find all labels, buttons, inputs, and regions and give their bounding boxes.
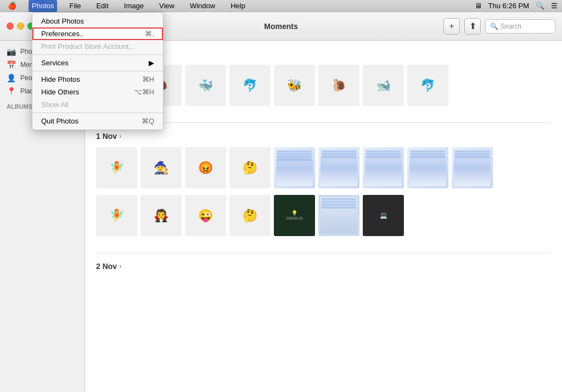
menu-print-store-label: Print Product Store Account... xyxy=(41,42,135,51)
menu-separator-1 xyxy=(32,54,163,55)
dropdown-overlay[interactable]: About Photos Preferences.. ⌘, Print Prod… xyxy=(0,12,562,392)
quit-shortcut: ⌘Q xyxy=(142,117,154,125)
menu-about-photos-label: About Photos xyxy=(41,17,84,25)
submenu-arrow-icon: ▶ xyxy=(149,59,154,67)
view-menu[interactable]: View xyxy=(156,0,178,12)
display-icon: 🖥 xyxy=(475,2,482,10)
menu-hide-others[interactable]: Hide Others ⌥⌘H xyxy=(32,86,163,98)
menu-hide-photos-label: Hide Photos xyxy=(41,75,80,83)
menu-quit-photos-label: Quit Photos xyxy=(41,117,78,125)
menu-hide-photos[interactable]: Hide Photos ⌘H xyxy=(32,73,163,86)
menu-quit-photos[interactable]: Quit Photos ⌘Q xyxy=(32,115,163,127)
photos-dropdown-menu: About Photos Preferences.. ⌘, Print Prod… xyxy=(32,12,164,130)
menu-separator-3 xyxy=(32,113,163,113)
photos-menu[interactable]: Photos xyxy=(29,0,57,12)
menu-hide-others-label: Hide Others xyxy=(41,88,79,96)
hide-others-shortcut: ⌥⌘H xyxy=(134,88,154,96)
menu-show-all: Show All xyxy=(32,98,163,111)
image-menu[interactable]: Image xyxy=(121,0,147,12)
menubar-search-icon[interactable]: 🔍 xyxy=(536,2,544,10)
menu-separator-2 xyxy=(32,71,163,71)
file-menu[interactable]: File xyxy=(66,0,84,12)
hide-photos-shortcut: ⌘H xyxy=(142,75,154,83)
apple-menu[interactable]: 🍎 xyxy=(4,0,20,12)
menu-preferences-label: Preferences.. xyxy=(41,30,83,38)
menubar-right: 🖥 Thu 6:26 PM 🔍 ☰ xyxy=(475,2,558,10)
menubar: 🍎 Photos File Edit Image View Window Hel… xyxy=(0,0,562,12)
menu-services-label: Services xyxy=(41,59,69,67)
edit-menu[interactable]: Edit xyxy=(93,0,111,12)
menu-services[interactable]: Services ▶ xyxy=(32,57,163,69)
menu-about-photos[interactable]: About Photos xyxy=(32,15,163,27)
help-menu[interactable]: Help xyxy=(227,0,249,12)
menubar-menu-icon[interactable]: ☰ xyxy=(551,2,558,10)
window-menu[interactable]: Window xyxy=(187,0,218,12)
menu-preferences[interactable]: Preferences.. ⌘, xyxy=(32,27,163,40)
menu-show-all-label: Show All xyxy=(41,100,69,109)
preferences-shortcut: ⌘, xyxy=(145,30,154,38)
menubar-time: Thu 6:26 PM xyxy=(488,2,529,10)
menu-print-store: Print Product Store Account... xyxy=(32,40,163,53)
